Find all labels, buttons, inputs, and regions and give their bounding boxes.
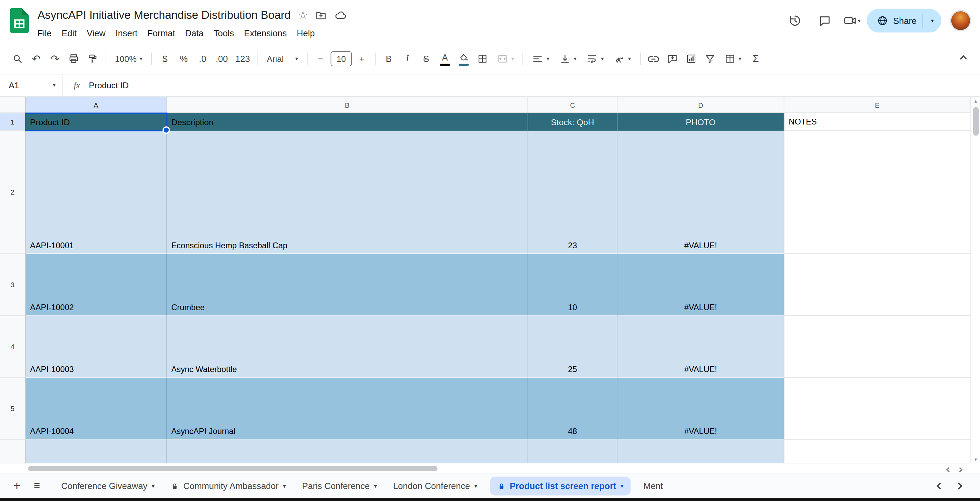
print-icon[interactable] <box>65 50 82 67</box>
menu-format[interactable]: Format <box>143 26 180 40</box>
zoom-select[interactable]: 100% ▾ <box>111 50 147 67</box>
tab-caret-icon[interactable]: ▾ <box>283 483 286 489</box>
cell-B5[interactable]: AsyncAPI Journal <box>167 378 528 440</box>
more-formats-button[interactable]: 123 <box>232 50 253 67</box>
cell-E5[interactable] <box>784 378 971 440</box>
font-family-select[interactable]: Arial ▾ <box>262 50 302 67</box>
menu-help[interactable]: Help <box>292 26 320 40</box>
row-header-1[interactable]: 1 <box>0 113 25 131</box>
cell-D6[interactable] <box>617 440 784 464</box>
menu-view[interactable]: View <box>82 26 110 40</box>
search-icon[interactable] <box>9 50 26 67</box>
increase-decimal-button[interactable]: .00 <box>213 50 231 67</box>
name-box[interactable]: A1 ▾ <box>0 75 62 96</box>
share-button[interactable]: Share ▾ <box>867 9 941 33</box>
avatar[interactable] <box>950 10 971 31</box>
all-sheets-icon[interactable]: ≡ <box>27 477 46 496</box>
cell-C6[interactable] <box>528 440 618 464</box>
cell-B3[interactable]: Crumbee <box>167 254 528 316</box>
sheet-tab-truncated[interactable]: Ment <box>636 474 663 498</box>
menu-insert[interactable]: Insert <box>110 26 142 40</box>
sheet-tab-community-ambassador[interactable]: Community Ambassador ▾ <box>163 474 294 498</box>
format-currency-button[interactable]: $ <box>156 50 173 67</box>
create-filter-icon[interactable] <box>701 50 718 67</box>
cell-C5[interactable]: 48 <box>528 378 618 440</box>
text-wrap-button[interactable]: ▾ <box>582 50 608 67</box>
move-to-folder-icon[interactable] <box>315 9 327 21</box>
insert-table-button[interactable]: ▾ <box>720 50 746 67</box>
decrease-font-size-button[interactable]: − <box>312 50 329 67</box>
row-header-3[interactable]: 3 <box>0 254 25 316</box>
scroll-up-icon[interactable]: ▲ <box>974 99 978 103</box>
tabs-scroll-right-icon[interactable] <box>956 483 961 489</box>
cell-A2[interactable]: AAPI-10001 <box>25 131 167 254</box>
sheet-tab-paris-conference[interactable]: Paris Conference ▾ <box>294 474 384 498</box>
strikethrough-button[interactable]: S <box>418 50 435 67</box>
cell-A6[interactable] <box>25 440 167 464</box>
cell-D4[interactable]: #VALUE! <box>617 316 784 378</box>
cell-B4[interactable]: Async Waterbottle <box>167 316 528 378</box>
version-history-icon[interactable] <box>783 9 807 33</box>
vertical-align-button[interactable]: ▾ <box>555 50 581 67</box>
formula-input[interactable]: Product ID <box>89 81 129 90</box>
cell-D2[interactable]: #VALUE! <box>617 131 784 254</box>
cell-E1[interactable]: NOTES <box>784 113 971 131</box>
column-header-D[interactable]: D <box>617 97 784 113</box>
cell-D3[interactable]: #VALUE! <box>617 254 784 316</box>
column-header-C[interactable]: C <box>528 97 618 113</box>
vertical-scroll-thumb[interactable] <box>973 107 978 136</box>
cell-A3[interactable]: AAPI-10002 <box>25 254 167 316</box>
merge-cells-button[interactable]: ▾ <box>492 50 519 67</box>
meet-join-button[interactable]: ▾ <box>843 14 861 27</box>
cell-D5[interactable]: #VALUE! <box>617 378 784 440</box>
document-title[interactable]: AsyncAPI Initiative Merchandise Distribu… <box>38 8 291 22</box>
font-size-input[interactable]: 10 <box>331 51 352 66</box>
functions-button[interactable]: Σ <box>747 50 764 67</box>
collapse-toolbar-icon[interactable] <box>954 50 971 67</box>
italic-button[interactable]: I <box>399 50 416 67</box>
tabs-scroll-left-icon[interactable] <box>938 483 943 489</box>
cell-B2[interactable]: Econscious Hemp Baseball Cap <box>167 131 528 254</box>
cloud-status-icon[interactable] <box>334 9 347 22</box>
cell-D1[interactable]: PHOTO <box>617 113 784 131</box>
cell-C4[interactable]: 25 <box>528 316 618 378</box>
text-rotation-button[interactable]: ▾ <box>609 50 635 67</box>
share-caret-icon[interactable]: ▾ <box>923 18 941 23</box>
vertical-scrollbar[interactable]: ▲ ▼ <box>971 97 980 464</box>
meet-caret-icon[interactable]: ▾ <box>858 18 861 23</box>
row-header-2[interactable]: 2 <box>0 131 25 254</box>
tab-caret-icon[interactable]: ▾ <box>620 483 623 489</box>
row-header-5[interactable]: 5 <box>0 378 25 440</box>
cell-A4[interactable]: AAPI-10003 <box>25 316 167 378</box>
sheets-logo-icon[interactable] <box>10 8 29 33</box>
comments-icon[interactable] <box>813 9 837 33</box>
cell-A5[interactable]: AAPI-10004 <box>25 378 167 440</box>
row-header-6[interactable] <box>0 440 25 464</box>
borders-button[interactable] <box>474 50 491 67</box>
cell-C3[interactable]: 10 <box>528 254 618 316</box>
sheet-tab-conference-giveaway[interactable]: Conference Giveaway ▾ <box>54 474 162 498</box>
menu-extensions[interactable]: Extensions <box>239 26 292 40</box>
menu-edit[interactable]: Edit <box>57 26 82 40</box>
undo-icon[interactable]: ↶ <box>27 50 45 67</box>
cell-E4[interactable] <box>784 316 971 378</box>
tab-caret-icon[interactable]: ▾ <box>474 483 477 489</box>
cell-B1[interactable]: Description <box>167 113 528 131</box>
sheet-tab-london-conference[interactable]: London Conference ▾ <box>386 474 485 498</box>
insert-chart-icon[interactable] <box>682 50 700 67</box>
horizontal-scrollbar[interactable] <box>0 463 971 473</box>
horizontal-scroll-thumb[interactable] <box>28 466 438 471</box>
cell-E2[interactable] <box>784 131 971 254</box>
select-all-corner[interactable] <box>0 97 25 113</box>
cell-E3[interactable] <box>784 254 971 316</box>
cell-C2[interactable]: 23 <box>528 131 618 254</box>
horizontal-align-button[interactable]: ▾ <box>528 50 554 67</box>
star-icon[interactable]: ☆ <box>298 10 308 20</box>
decrease-decimal-button[interactable]: .0 <box>194 50 211 67</box>
sheet-tab-product-list-screen-report[interactable]: Product list screen report ▾ <box>490 477 631 496</box>
bold-button[interactable]: B <box>380 50 398 67</box>
cell-A1[interactable]: Product ID <box>25 113 167 131</box>
cell-C1[interactable]: Stock: QoH <box>528 113 618 131</box>
column-header-B[interactable]: B <box>167 97 528 113</box>
column-header-E[interactable]: E <box>784 97 971 113</box>
